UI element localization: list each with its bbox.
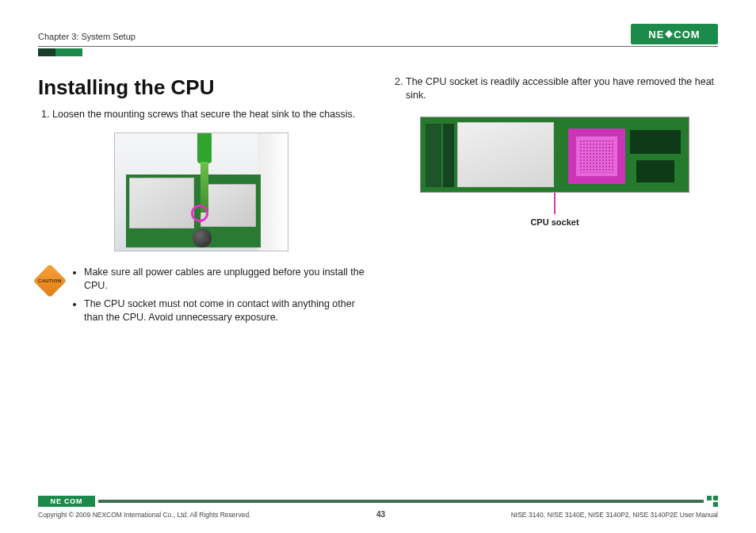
footer-square [713, 496, 718, 500]
caution-item-1: Make sure all power cables are unplugged… [84, 266, 365, 293]
accent-dark [38, 48, 55, 56]
fig2-component [630, 130, 681, 154]
fig2-callout-line [554, 192, 556, 214]
footer-line [98, 500, 704, 503]
footer-meta: Copyright © 2009 NEXCOM International Co… [38, 510, 718, 519]
content-columns: Installing the CPU Loosen the mounting s… [38, 75, 718, 496]
caution-block: CAUTION Make sure all power cables are u… [38, 266, 365, 329]
footer-squares-icon [704, 496, 718, 507]
footer-manual-name: NISE 3140, NISE 3140E, NISE 3140P2, NISE… [511, 511, 718, 519]
fig1-heatsink-left [129, 178, 194, 228]
footer-square [707, 496, 712, 500]
footer-page-number: 43 [376, 510, 385, 519]
right-column: The CPU socket is readily accessible aft… [391, 75, 718, 496]
nexcom-logo-text: NE COM [648, 29, 700, 40]
logo-text-left: NE [648, 29, 664, 40]
nexcom-logo: NE COM [631, 24, 718, 44]
logo-notch-icon [669, 30, 673, 38]
page-header: Chapter 3: System Setup NE COM [38, 17, 718, 44]
fig2-callout-label: CPU socket [530, 217, 578, 227]
footer-bar: NE COM [38, 496, 718, 507]
header-rule [38, 46, 718, 47]
fig1-heatsink-right [200, 184, 256, 227]
section-title: Installing the CPU [38, 75, 365, 100]
steps-list-right: The CPU socket is readily accessible aft… [391, 75, 718, 102]
caution-icon-text: CAUTION [38, 278, 61, 283]
fig2-cpu-socket-pins [579, 140, 614, 173]
chapter-label: Chapter 3: System Setup [38, 32, 136, 44]
figure-1-container [38, 132, 365, 251]
fig1-chassis-edge [258, 133, 288, 251]
logo-text-right: COM [674, 29, 700, 40]
caution-item-2: The CPU socket must not come in contact … [84, 297, 365, 324]
fig2-component [636, 160, 674, 182]
footer-copyright: Copyright © 2009 NEXCOM International Co… [38, 511, 250, 519]
fig2-connector [426, 124, 441, 187]
footer-square [713, 502, 718, 507]
fig2-connector [443, 124, 454, 187]
step-2: The CPU socket is readily accessible aft… [406, 75, 718, 102]
page: Chapter 3: System Setup NE COM Installin… [0, 0, 756, 533]
figure-2-cpu-socket [420, 117, 689, 193]
figure-2-container: CPU socket [391, 117, 718, 227]
left-column: Installing the CPU Loosen the mounting s… [38, 75, 365, 496]
accent-light [55, 48, 82, 56]
caution-list: Make sure all power cables are unplugged… [70, 266, 365, 329]
fig1-screwdriver-handle [197, 132, 212, 163]
fig1-screw-highlight-circle [191, 205, 208, 222]
caution-icon: CAUTION [33, 264, 67, 297]
step-1: Loosen the mounting screws that secure t… [52, 108, 365, 121]
fig2-metal-plate [457, 122, 554, 187]
page-footer: NE COM Copyright © 2009 NEXCOM Internati… [38, 496, 718, 519]
steps-list-left: Loosen the mounting screws that secure t… [38, 108, 365, 121]
header-accent-bar [38, 48, 82, 56]
figure-1-heatsink-screws [114, 132, 288, 251]
fig1-capacitor [193, 228, 212, 247]
footer-logo: NE COM [38, 496, 95, 507]
